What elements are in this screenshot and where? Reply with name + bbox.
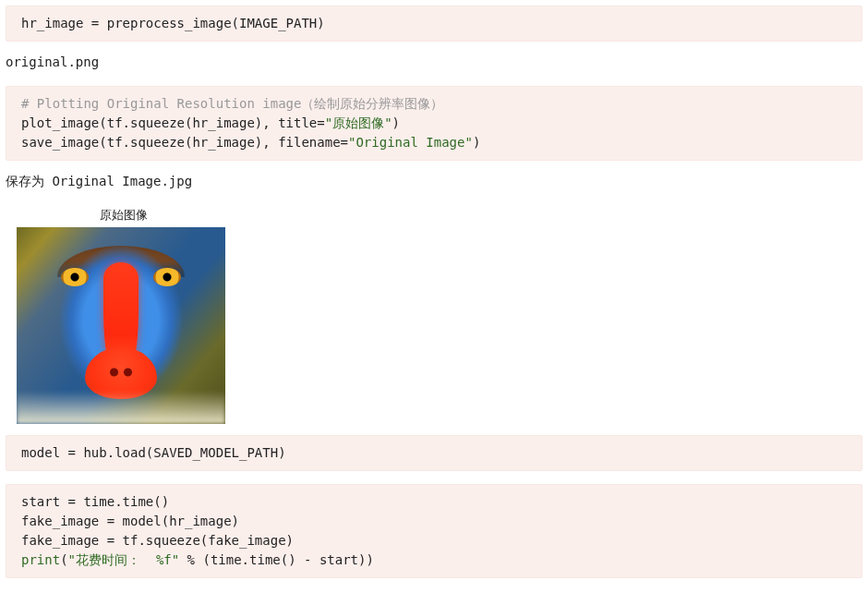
code-token: ) [392,115,400,130]
code-string: "Original Image" [348,135,473,150]
code-token: ( [60,552,67,567]
code-token: fake_image [21,514,107,528]
output-text-1: original.png [6,54,862,69]
code-token: = [91,16,107,30]
code-token: = [317,115,324,130]
code-token: = [68,445,84,460]
code-token: hr_image [21,16,91,30]
code-token: hub.load(SAVED_MODEL_PATH) [83,445,285,460]
code-token: = [107,533,123,548]
code-token: time.time() [83,494,169,509]
code-token: = [341,135,348,150]
mandrill-image [17,227,225,424]
code-token: start)) [319,552,374,567]
code-token: preprocess_image(IMAGE_PATH) [107,16,325,30]
code-token: fake_image [21,533,107,548]
code-token: ) [473,135,480,150]
code-string: "原始图像" [325,115,392,130]
figure-original-image: 原始图像 [11,207,236,424]
code-token: - [304,552,319,567]
code-token: print [21,552,60,567]
code-token: plot_image(tf.squeeze(hr_image), title [21,115,317,130]
code-token: tf.squeeze(fake_image) [123,533,294,548]
output-text-2: 保存为 Original Image.jpg [6,174,862,190]
code-cell-1: hr_image = preprocess_image(IMAGE_PATH) [6,6,862,42]
code-token: start [21,494,68,509]
code-token: = [68,494,84,509]
code-token: = [107,514,123,528]
code-token: % (time.time() [179,552,304,567]
code-cell-2: # Plotting Original Resolution image（绘制原… [6,86,862,161]
code-token: model(hr_image) [123,514,239,528]
code-string: "花费时间： %f" [68,552,180,567]
code-comment: # Plotting Original Resolution image（绘制原… [21,96,443,111]
code-cell-4: start = time.time() fake_image = model(h… [6,484,862,578]
code-cell-3: model = hub.load(SAVED_MODEL_PATH) [6,435,862,471]
figure-title: 原始图像 [11,207,236,227]
code-token: save_image(tf.squeeze(hr_image), filenam… [21,135,341,150]
code-token: model [21,445,68,460]
